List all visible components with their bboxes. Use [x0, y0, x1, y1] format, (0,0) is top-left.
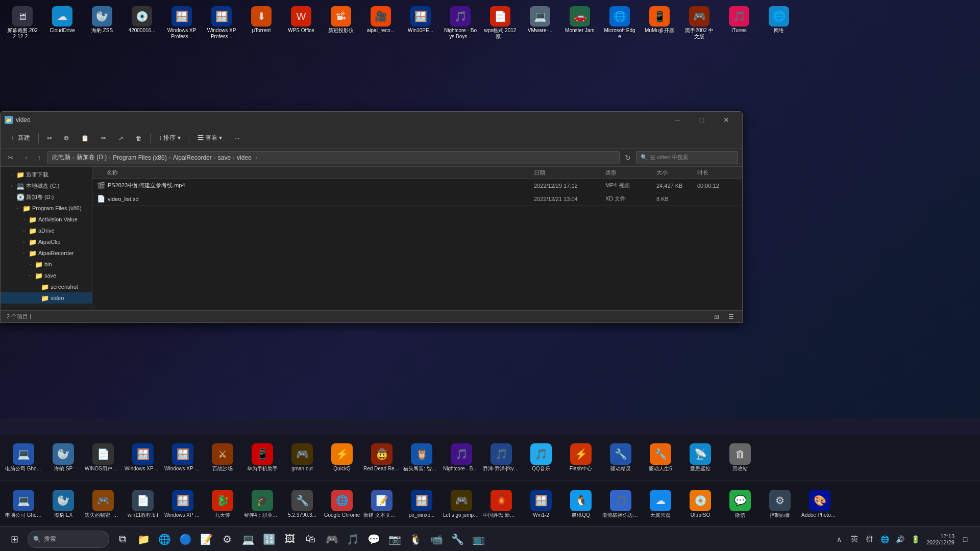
list-view-button[interactable]: ⊞ — [712, 312, 722, 321]
desktop-icon[interactable]: 📄 wps格式 2012额... — [482, 4, 519, 42]
desktop-icon[interactable]: 🖥 屏幕截图 2022-12-2... — [4, 4, 41, 42]
list-item[interactable]: ☁ 天翼云盘 — [641, 488, 680, 520]
list-item[interactable]: 🦭 海豹 EX — [44, 488, 83, 520]
list-item[interactable]: 🎨 Adobe Photosh... — [800, 488, 839, 520]
list-item[interactable]: 🪟 po_winxp... — [402, 488, 441, 520]
breadcrumb-computer[interactable]: 此电脑 — [52, 153, 70, 162]
list-item[interactable]: 💻 电脑公司 Ghost XP ... — [4, 441, 43, 474]
list-item[interactable]: 🏮 中国姓氏·新年快乐... — [482, 488, 521, 520]
taskbar-app-settings[interactable]: ⚙ — [217, 529, 237, 549]
list-item[interactable]: 🪟 Windows XP Professional... — [124, 441, 162, 474]
sidebar-item-downloads[interactable]: › 📁 迅雷下载 — [1, 169, 92, 180]
list-item[interactable]: 🎵 Nightcore - Boys Boy... — [442, 441, 481, 474]
taskbar-app-wechat[interactable]: 💬 — [363, 529, 384, 549]
taskbar-app-music[interactable]: 🎵 — [342, 529, 363, 549]
taskbar-app-task-view[interactable]: ⧉ — [112, 529, 133, 549]
list-item[interactable]: 💻 电脑公司 Ghost XP ... — [4, 488, 43, 520]
list-item[interactable]: ⚔ 百战沙场 — [203, 441, 242, 474]
desktop-icon[interactable]: 📽 新冠投影仪 — [323, 4, 359, 42]
keyboard-icon[interactable]: 英 — [848, 533, 861, 546]
list-item[interactable]: 🔧 5.2.3790.3... — [283, 488, 322, 520]
view-button[interactable]: ☰ 查看 ▾ — [192, 131, 228, 145]
taskbar-app-file-explorer[interactable]: 📁 — [133, 529, 154, 549]
desktop-icon[interactable]: 🎥 aipai_reco... — [362, 4, 399, 42]
chevron-icon[interactable]: ∧ — [832, 533, 846, 546]
sidebar-item-bin[interactable]: › 📁 bin — [1, 259, 92, 270]
col-header-name[interactable]: 名称 — [96, 169, 534, 177]
desktop-icon[interactable]: 📱 MuMu多开器 — [641, 4, 678, 42]
col-header-date[interactable]: 日期 — [534, 169, 605, 177]
paste-button[interactable]: 📋 — [76, 131, 94, 145]
table-row[interactable]: 📄 video_list.xd 2022/12/21 13:04 XD 文件 8… — [92, 192, 742, 206]
breadcrumb-programfiles[interactable]: Program Files (x86) — [113, 154, 166, 161]
list-item[interactable]: 📡 爱思远控 — [681, 441, 720, 474]
start-button[interactable]: ⊞ — [4, 529, 24, 549]
taskbar-app-notepad[interactable]: 📝 — [196, 529, 216, 549]
back-button[interactable]: ✂ — [5, 152, 17, 164]
list-item[interactable]: 📄 win11教程.b:t — [124, 488, 162, 520]
volume-icon[interactable]: 🔊 — [894, 533, 907, 546]
list-item[interactable]: 🤠 Red Dead Redempt... — [362, 441, 401, 474]
desktop-icon[interactable]: 🪟 Windows XP Profess... — [203, 4, 240, 42]
taskbar-app-tools[interactable]: 🔧 — [447, 529, 468, 549]
breadcrumb-drive[interactable]: 新加卷 (D:) — [77, 153, 107, 162]
list-item[interactable]: 📱 华为手机助手 — [243, 441, 282, 474]
search-bar[interactable]: 🔍 在 video 中搜索 — [636, 151, 738, 164]
taskbar-app-chrome[interactable]: 🔵 — [175, 529, 195, 549]
sidebar-item-adrive[interactable]: › 📁 aDrive — [1, 225, 92, 236]
desktop-icon[interactable]: 🚗 Monster Jam — [561, 4, 598, 42]
taskbar-app-games[interactable]: 🎮 — [322, 529, 342, 549]
share-button[interactable]: ↗ — [113, 131, 129, 145]
table-row[interactable]: 🎬 PS2023中如何建立参考线.mp4 2022/12/29 17:12 MP… — [92, 179, 742, 192]
refresh-button[interactable]: ↻ — [622, 152, 634, 164]
taskbar-app-qq[interactable]: 🐧 — [405, 529, 426, 549]
taskbar-app-edge[interactable]: 🌐 — [154, 529, 175, 549]
breadcrumb-expand[interactable]: › — [252, 154, 262, 161]
list-item[interactable]: ⚙ 控制面板 — [761, 488, 799, 520]
list-item[interactable]: 🐧 腾讯QQ — [561, 488, 600, 520]
list-item[interactable]: 🪟 Windows XP Professional... — [163, 488, 202, 520]
desktop-icon[interactable]: ☁ CloudDrive — [44, 4, 81, 42]
details-view-button[interactable]: ☰ — [726, 312, 736, 321]
taskbar-app-zoom[interactable]: 📹 — [426, 529, 447, 549]
list-item[interactable]: 🎵 乔洋·乔洋·jfky_Stor... — [482, 441, 521, 474]
taskbar-app-photos[interactable]: 🖼 — [280, 529, 300, 549]
sidebar-item-local-c[interactable]: › 💻 本地磁盘 (C:) — [1, 180, 92, 191]
desktop-icon[interactable]: 💿 42000016... — [124, 4, 160, 42]
list-item[interactable]: 🎵 潮流破播你迈: 迈尔豪 凰... — [601, 488, 640, 520]
desktop-icon[interactable]: 🪟 Win10PE... — [402, 4, 439, 42]
sidebar-item-video[interactable]: 📁 video — [1, 292, 92, 304]
desktop-icon[interactable]: 🪟 Windows XP Profess... — [163, 4, 200, 42]
sidebar-item-programfiles[interactable]: › 📁 Program Files (x86) — [1, 203, 92, 214]
close-button[interactable]: ✕ — [715, 113, 738, 127]
breadcrumb-aipairecorder[interactable]: AipaiRecorder — [173, 154, 212, 161]
col-header-type[interactable]: 类型 — [605, 169, 656, 177]
rename-button[interactable]: ✏ — [96, 131, 111, 145]
list-item[interactable]: 🦉 猫头鹰音: 智能高清... — [402, 441, 441, 474]
desktop-icon[interactable]: ⬇ μTorrent — [243, 4, 280, 42]
list-item[interactable]: 📝 新建 文本文档档.b:t — [362, 488, 401, 520]
taskbar-app-camera[interactable]: 📷 — [384, 529, 405, 549]
taskbar-search[interactable]: 🔍 搜索 — [28, 531, 109, 548]
sidebar-item-apaiclip[interactable]: › 📁 AipaiClip — [1, 236, 92, 247]
delete-button[interactable]: 🗑 — [131, 131, 147, 145]
list-item[interactable]: 🐉 九天传 — [203, 488, 242, 520]
sidebar-item-save[interactable]: › 📁 save — [1, 270, 92, 281]
up-button[interactable]: ↑ — [33, 152, 45, 164]
desktop-icon[interactable]: W WPS Office — [283, 4, 320, 42]
taskbar-app-store[interactable]: 🛍 — [301, 529, 321, 549]
cut-button[interactable]: ✂ — [42, 131, 57, 145]
list-item[interactable]: 🎮 Let s go jump arou... — [442, 488, 481, 520]
battery-icon[interactable]: 🔋 — [909, 533, 922, 546]
breadcrumb-video[interactable]: video — [237, 154, 252, 161]
desktop-icon[interactable]: 🎵 Nightcore - Boys Boys... — [442, 4, 479, 42]
copy-button[interactable]: ⧉ — [59, 131, 74, 145]
col-header-size[interactable]: 大小 — [656, 169, 697, 177]
list-item[interactable]: 🎓 帮伴4：职业学校实习里... — [243, 488, 282, 520]
list-item[interactable]: ⚡ QuickQ — [323, 441, 361, 474]
sidebar-item-screenshot[interactable]: 📁 screenshot — [1, 281, 92, 292]
list-item[interactable]: 💿 UltraISO — [681, 488, 720, 520]
list-item[interactable]: ⚡ Flash中心 — [561, 441, 600, 474]
breadcrumb-bar[interactable]: 此电脑 › 新加卷 (D:) › Program Files (x86) › A… — [47, 151, 620, 164]
breadcrumb-save[interactable]: save — [218, 154, 231, 161]
